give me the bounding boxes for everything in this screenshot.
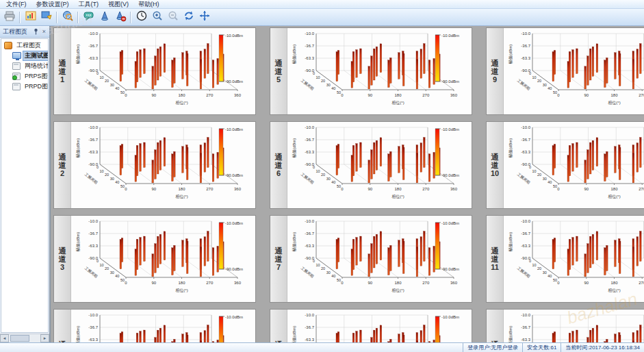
sidebar-horizontal-scrollbar[interactable]: ◂ ▸	[0, 334, 49, 342]
svg-text:50: 50	[337, 90, 341, 95]
svg-text:270: 270	[639, 281, 644, 285]
channel-panel-12[interactable]: 通道12-10.0-36.7-63.3-90.00102030405009018…	[486, 309, 644, 342]
tree-item-label: PRPS图谱	[23, 72, 49, 81]
tree-item-2[interactable]: PRPS图谱	[1, 71, 48, 81]
scroll-left-arrow[interactable]: ◂	[0, 334, 9, 342]
svg-text:0: 0	[96, 259, 99, 263]
channel-panel-6[interactable]: 通道6-10.0-36.7-63.3-90.001020304050090180…	[270, 121, 472, 209]
toolbar-separator	[130, 12, 131, 23]
svg-text:90: 90	[151, 281, 156, 285]
menu-item-2[interactable]: 工具(T)	[74, 0, 104, 8]
marker-add-button[interactable]	[97, 10, 112, 25]
svg-text:30: 30	[543, 83, 547, 87]
svg-text:180: 180	[610, 187, 618, 191]
scrollbar-thumb[interactable]	[10, 335, 29, 342]
print-button[interactable]	[2, 10, 16, 25]
svg-text:50: 50	[553, 90, 557, 95]
tree-item-1[interactable]: 网络统计图	[1, 61, 48, 71]
menu-item-0[interactable]: 文件(F)	[1, 0, 31, 8]
zoom-out-button[interactable]	[166, 10, 180, 25]
svg-text:10: 10	[99, 169, 103, 173]
toolbar-separator	[56, 12, 57, 23]
svg-text:相位(°): 相位(°)	[175, 194, 188, 199]
svg-text:幅值(dBm): 幅值(dBm)	[508, 138, 513, 158]
svg-text:相位(°): 相位(°)	[391, 101, 404, 105]
svg-text:-36.7: -36.7	[88, 138, 98, 142]
comment-button[interactable]	[81, 10, 96, 25]
zoom-in-button[interactable]	[150, 10, 164, 25]
svg-text:0: 0	[96, 71, 99, 75]
channel-panel-2[interactable]: 通道2-10.0-36.7-63.3-90.001020304050090180…	[53, 121, 256, 209]
svg-text:-90.0dBm: -90.0dBm	[225, 267, 243, 271]
channel-label: 通道12	[487, 310, 504, 342]
svg-text:30: 30	[543, 177, 547, 181]
pan-icon	[198, 10, 211, 25]
svg-text:270: 270	[206, 187, 214, 191]
svg-text:10: 10	[315, 169, 320, 173]
sidebar-title: 工程图页	[3, 27, 27, 36]
close-icon[interactable]: ×	[40, 28, 48, 36]
svg-text:0: 0	[557, 93, 560, 97]
tree-item-0[interactable]: 主测试图	[1, 51, 48, 61]
prps-chart-svg: -10.0-36.7-63.3-90.001020304050090180270…	[504, 310, 644, 342]
channel-panel-8[interactable]: 通道8-10.0-36.7-63.3-90.001020304050090180…	[270, 309, 472, 342]
tree-root-project-pages[interactable]: 工程图页	[1, 40, 48, 51]
menu-item-3[interactable]: 视图(V)	[103, 0, 133, 8]
search-view-button[interactable]	[60, 10, 75, 25]
svg-text:相位(°): 相位(°)	[608, 101, 620, 105]
svg-text:-10.0dBm: -10.0dBm	[225, 127, 243, 131]
svg-text:-63.3: -63.3	[88, 150, 98, 154]
svg-text:-63.3: -63.3	[305, 150, 314, 154]
report-config-button[interactable]	[23, 10, 38, 25]
project-icon	[4, 42, 12, 49]
channel-label: 通道9	[487, 28, 504, 114]
svg-text:-10.0dBm: -10.0dBm	[225, 34, 243, 38]
tree-item-3[interactable]: PRPD图谱	[1, 81, 48, 92]
svg-text:90: 90	[368, 93, 372, 97]
refresh-button[interactable]	[181, 10, 196, 25]
channel-panel-10[interactable]: 通道10-10.0-36.7-63.3-90.00102030405009018…	[486, 121, 644, 209]
svg-text:30: 30	[110, 83, 114, 87]
svg-text:0: 0	[125, 187, 127, 191]
svg-text:幅值(dBm): 幅值(dBm)	[292, 232, 297, 251]
channel-panel-11[interactable]: 通道11-10.0-36.7-63.3-90.00102030405009018…	[486, 215, 644, 303]
channel-panel-3[interactable]: 通道3-10.0-36.7-63.3-90.001020304050090180…	[53, 215, 256, 303]
channel-label: 通道1	[54, 28, 71, 114]
display-settings-button[interactable]	[39, 10, 53, 25]
marker-add-icon	[99, 10, 111, 25]
svg-text:30: 30	[110, 177, 114, 181]
status-segment-2: 当前时间:2017-06-23 16:18:34	[561, 343, 644, 352]
channel-panel-4[interactable]: 通道4-10.0-36.7-63.3-90.001020304050090180…	[53, 309, 256, 342]
clock-button[interactable]	[134, 10, 149, 25]
svg-text:-63.3: -63.3	[521, 338, 530, 342]
svg-text:-36.7: -36.7	[521, 325, 530, 329]
svg-text:20: 20	[537, 79, 541, 83]
channel-panel-1[interactable]: 通道1-10.0-36.7-63.3-90.001020304050090180…	[53, 27, 256, 115]
channel-label: 通道4	[54, 310, 71, 342]
svg-text:10: 10	[315, 263, 320, 267]
search-view-icon	[62, 10, 74, 25]
comment-icon	[83, 10, 95, 25]
marker-remove-button[interactable]	[113, 10, 127, 25]
svg-text:工频周期: 工频周期	[84, 266, 99, 279]
svg-text:270: 270	[422, 187, 430, 191]
svg-text:40: 40	[548, 274, 552, 278]
svg-text:30: 30	[110, 271, 114, 275]
pan-button[interactable]	[197, 10, 211, 25]
menu-item-4[interactable]: 帮助(H)	[133, 0, 164, 8]
sidebar-panel: 工程图页 × 工程图页主测试图网络统计图PRPS图谱PRPD图谱 ◂ ▸	[0, 26, 51, 342]
svg-text:20: 20	[105, 173, 109, 177]
svg-text:-90.0dBm: -90.0dBm	[441, 173, 459, 177]
channel-panel-9[interactable]: 通道9-10.0-36.7-63.3-90.001020304050090180…	[486, 27, 644, 115]
channel-panel-7[interactable]: 通道7-10.0-36.7-63.3-90.001020304050090180…	[270, 215, 472, 303]
pin-icon[interactable]	[32, 28, 40, 36]
tree-item-label: 主测试图	[23, 51, 49, 60]
svg-text:270: 270	[639, 93, 644, 97]
tree-root-label: 工程图页	[15, 41, 42, 50]
scroll-right-arrow[interactable]: ▸	[40, 334, 49, 342]
channel-label: 通道3	[54, 216, 71, 302]
menu-item-1[interactable]: 参数设置(P)	[31, 0, 74, 8]
channel-panel-5[interactable]: 通道5-10.0-36.7-63.3-90.001020304050090180…	[270, 27, 472, 115]
svg-text:20: 20	[321, 266, 325, 271]
prps-chart-svg: -10.0-36.7-63.3-90.001020304050090180270…	[71, 28, 256, 115]
